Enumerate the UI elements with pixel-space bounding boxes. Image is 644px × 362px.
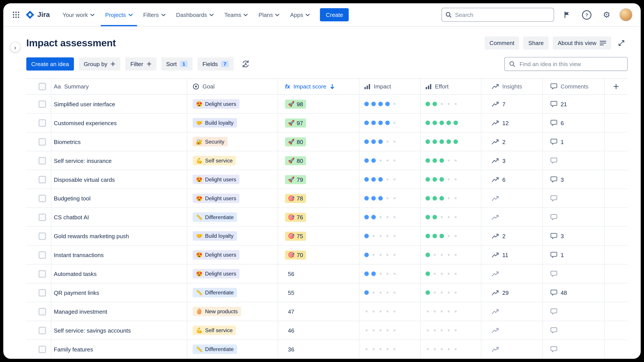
insights-cell[interactable]: 11 [481, 246, 543, 264]
filter-button[interactable]: Filter [126, 57, 156, 71]
column-header-insights[interactable]: Insights [481, 79, 543, 94]
impact-cell[interactable] [360, 283, 420, 302]
comments-cell[interactable] [543, 151, 604, 170]
impact-cell[interactable] [360, 151, 420, 170]
column-header-goal[interactable]: Goal [187, 79, 278, 94]
score-cell[interactable]: 46 [278, 321, 360, 340]
effort-cell[interactable] [420, 95, 481, 113]
table-row[interactable]: Customised experiences 🤝 Build loyalty 🚀… [26, 114, 628, 132]
add-column-button[interactable] [605, 79, 628, 94]
row-checkbox[interactable] [39, 176, 46, 183]
nav-plans[interactable]: Plans [253, 3, 285, 26]
comments-cell[interactable] [543, 340, 604, 359]
effort-cell[interactable] [420, 340, 481, 359]
table-row[interactable]: Managed investment 🥚 New products 47 [26, 302, 628, 321]
nav-apps[interactable]: Apps [285, 3, 315, 26]
table-row[interactable]: Instant transactions 😍 Delight users 🎯 7… [26, 246, 628, 265]
insights-cell[interactable]: 7 [481, 95, 543, 113]
row-checkbox[interactable] [39, 232, 46, 240]
expand-sidebar-button[interactable]: › [10, 42, 21, 53]
impact-cell[interactable] [360, 132, 420, 151]
table-row[interactable]: Self service: insurance 💪 Self service 🚀… [26, 151, 628, 170]
create-button[interactable]: Create [320, 8, 349, 21]
app-switcher-icon[interactable] [10, 8, 22, 21]
summary-cell[interactable]: Self service: savings accounts [52, 321, 187, 340]
insights-cell[interactable]: 2 [481, 132, 543, 151]
goal-cell[interactable]: 📏 Differentiate [187, 340, 278, 359]
goal-cell[interactable]: 💪 Self service [187, 321, 278, 340]
comments-cell[interactable] [543, 302, 604, 321]
column-header-summary[interactable]: Aa Summary [52, 79, 187, 94]
help-icon[interactable]: ? [580, 8, 594, 22]
impact-cell[interactable] [360, 189, 420, 207]
column-header-comments[interactable]: Comments [543, 79, 604, 94]
summary-cell[interactable]: Family features [52, 340, 187, 359]
summary-cell[interactable]: Budgeting tool [52, 189, 187, 207]
share-button[interactable]: Share [524, 36, 549, 50]
row-checkbox[interactable] [39, 157, 46, 165]
goal-cell[interactable]: 📏 Differentiate [187, 283, 278, 302]
nav-projects[interactable]: Projects [100, 3, 138, 26]
row-checkbox[interactable] [39, 100, 46, 108]
insights-cell[interactable]: 29 [481, 283, 543, 302]
comments-cell[interactable] [543, 265, 604, 283]
table-row[interactable]: QR payment links 📏 Differentiate 55 29 [26, 283, 628, 302]
summary-cell[interactable]: Simplified user interface [52, 95, 187, 113]
effort-cell[interactable] [420, 265, 481, 283]
table-row[interactable]: Biometrics 🔐 Security 🚀 80 2 1 [26, 132, 628, 151]
column-header-effort[interactable]: Effort [420, 79, 481, 94]
score-cell[interactable]: 🚀 80 [278, 151, 360, 170]
comments-cell[interactable] [543, 321, 604, 340]
goal-cell[interactable]: 😍 Delight users [187, 265, 278, 283]
global-search-input[interactable] [454, 11, 550, 18]
insights-cell[interactable] [481, 340, 543, 359]
effort-cell[interactable] [420, 208, 481, 226]
score-cell[interactable]: 🚀 79 [278, 170, 360, 188]
goal-cell[interactable]: 😍 Delight users [187, 189, 278, 207]
effort-cell[interactable] [420, 114, 481, 132]
comments-cell[interactable]: 3 [543, 170, 604, 188]
row-checkbox[interactable] [39, 327, 46, 334]
effort-cell[interactable] [420, 321, 481, 340]
effort-cell[interactable] [420, 246, 481, 264]
auto-sort-icon[interactable]: A [238, 57, 253, 71]
nav-your-work[interactable]: Your work [57, 3, 100, 26]
summary-cell[interactable]: Self service: insurance [52, 151, 187, 170]
fields-button[interactable]: Fields 7 [198, 57, 234, 71]
expand-view-icon[interactable] [615, 36, 628, 50]
impact-cell[interactable] [360, 265, 420, 283]
table-row[interactable]: Family features 📏 Differentiate 36 [26, 340, 628, 359]
nav-teams[interactable]: Teams [219, 3, 253, 26]
insights-cell[interactable] [481, 265, 543, 283]
insights-cell[interactable]: 3 [481, 151, 543, 170]
comment-button[interactable]: Comment [484, 36, 519, 50]
table-row[interactable]: Disposable virtual cards 😍 Delight users… [26, 170, 628, 189]
row-checkbox[interactable] [39, 251, 46, 259]
impact-cell[interactable] [360, 227, 420, 245]
column-header-impact-score[interactable]: fx Impact score [278, 79, 360, 94]
summary-cell[interactable]: Biometrics [52, 132, 187, 151]
effort-cell[interactable] [420, 283, 481, 302]
row-checkbox[interactable] [39, 213, 46, 221]
effort-cell[interactable] [420, 302, 481, 321]
summary-cell[interactable]: Managed investment [52, 302, 187, 321]
insights-cell[interactable] [481, 208, 543, 226]
impact-cell[interactable] [360, 302, 420, 321]
impact-cell[interactable] [360, 114, 420, 132]
summary-cell[interactable]: Disposable virtual cards [52, 170, 187, 188]
goal-cell[interactable]: 💪 Self service [187, 151, 278, 170]
score-cell[interactable]: 🎯 78 [278, 189, 360, 207]
notifications-icon[interactable] [561, 8, 573, 21]
row-checkbox[interactable] [39, 194, 46, 202]
nav-dashboards[interactable]: Dashboards [171, 3, 219, 26]
effort-cell[interactable] [420, 151, 481, 170]
table-row[interactable]: Budgeting tool 😍 Delight users 🎯 78 [26, 189, 628, 208]
impact-cell[interactable] [360, 208, 420, 226]
effort-cell[interactable] [420, 189, 481, 207]
table-row[interactable]: Gold rewards marketing push 🤝 Build loya… [26, 227, 628, 246]
row-checkbox[interactable] [39, 138, 46, 146]
insights-cell[interactable]: 2 [481, 227, 543, 245]
goal-cell[interactable]: 📏 Differentiate [187, 208, 278, 226]
impact-cell[interactable] [360, 321, 420, 340]
row-checkbox[interactable] [39, 308, 46, 315]
